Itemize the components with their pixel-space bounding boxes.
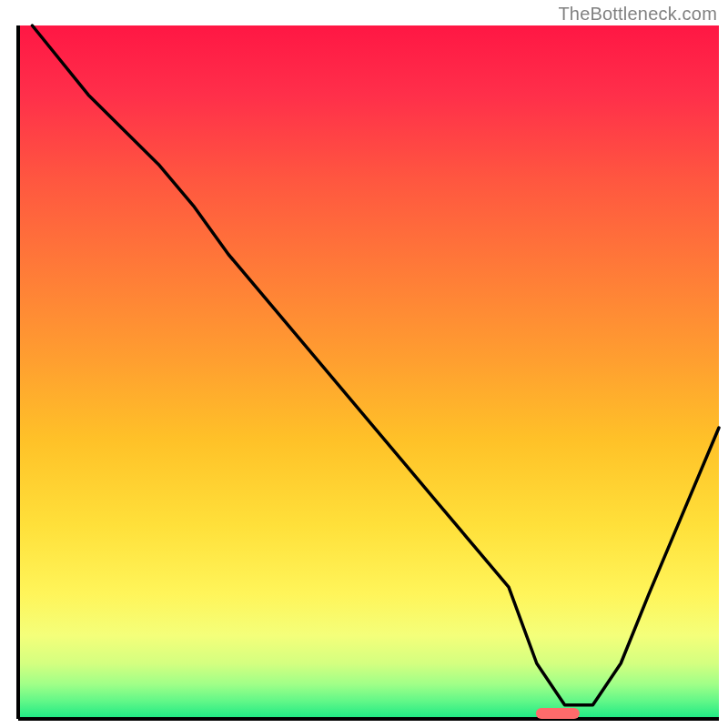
minimum-marker [536,708,580,719]
watermark-text: TheBottleneck.com [558,4,717,25]
chart-svg [0,0,728,728]
chart-root: TheBottleneck.com [0,0,728,728]
plot-area [18,25,719,719]
